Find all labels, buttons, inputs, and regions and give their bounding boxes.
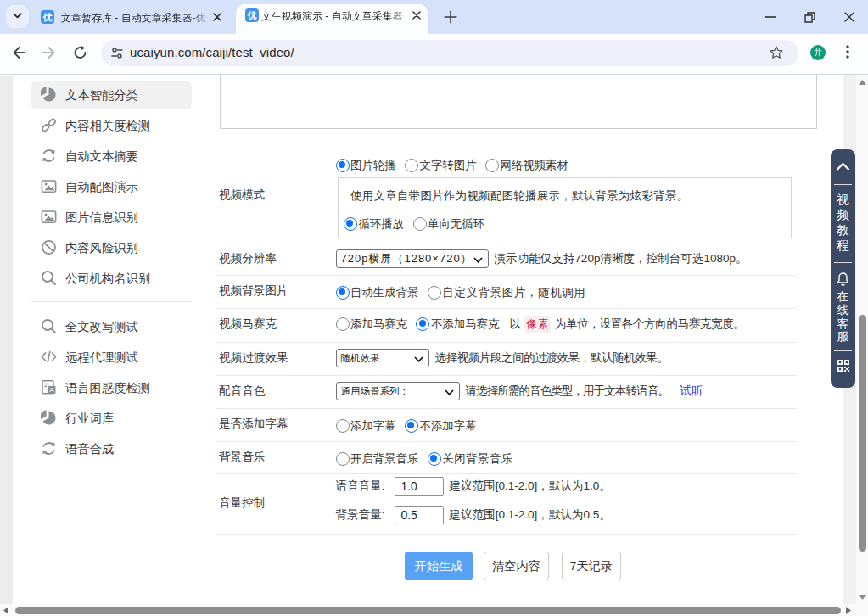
svg-text:A: A [49,386,53,394]
